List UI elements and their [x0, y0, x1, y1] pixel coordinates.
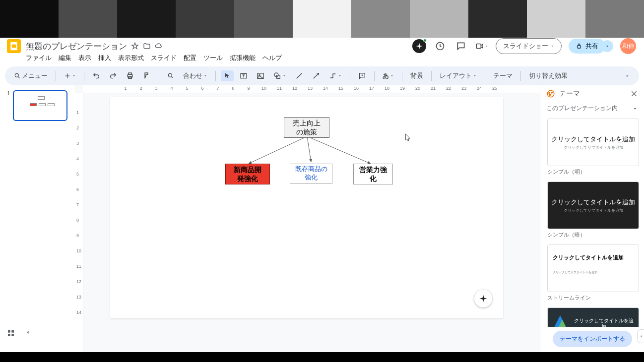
theme-label-light: シンプル（明）: [547, 168, 639, 176]
side-panel-collapse-tab[interactable]: [637, 329, 644, 343]
theme-card-simple-dark[interactable]: クリックしてタイトルを追加 クリックしてサブタイトルを追加: [547, 181, 639, 229]
svg-point-21: [549, 94, 550, 95]
browser-tab-strip: [0, 0, 644, 38]
theme-panel-title: テーマ: [559, 89, 580, 98]
slideshow-button[interactable]: スライドショー: [496, 38, 562, 54]
theme-list[interactable]: クリックしてタイトルを追加 クリックしてサブタイトルを追加 シンプル（明） クリ…: [540, 115, 644, 327]
theme-card-streamline[interactable]: クリックしてタイトルを追加 クリックしてサブタイトルを追加: [547, 244, 639, 292]
connector-arrow-tool[interactable]: [309, 70, 323, 82]
svg-rect-7: [129, 73, 132, 74]
focus-deco-icon: [552, 315, 569, 327]
transition-button[interactable]: 切り替え効果: [526, 69, 571, 82]
menu-file[interactable]: ファイル: [23, 53, 55, 63]
share-button[interactable]: 共有: [569, 39, 605, 54]
svg-rect-25: [11, 330, 14, 333]
theme-section-dropdown[interactable]: このプレゼンテーション内: [540, 102, 644, 115]
account-avatar[interactable]: 和伸: [620, 38, 636, 54]
main-area: 1 12345678910111213141516171819202122232…: [0, 85, 644, 353]
comment-tool[interactable]: [355, 70, 369, 82]
svg-line-15: [249, 136, 307, 164]
background-button[interactable]: 背景: [407, 69, 426, 82]
share-dropdown[interactable]: [601, 40, 613, 52]
bottom-controls: [7, 329, 31, 337]
diagram-child1-box[interactable]: 新商品開 発強化: [225, 164, 270, 184]
theme-label-dark: シンプル（暗）: [547, 231, 639, 239]
bottom-letterbox: [0, 352, 644, 362]
slides-logo[interactable]: [7, 39, 21, 53]
menu-slide[interactable]: スライド: [148, 53, 180, 63]
filmstrip[interactable]: 1: [0, 85, 74, 353]
theme-button[interactable]: テーマ: [490, 69, 515, 82]
textbox-tool[interactable]: [237, 70, 251, 82]
slide-number: 1: [7, 90, 10, 96]
star-icon[interactable]: [131, 42, 139, 50]
vertical-ruler: 1234567891011121314: [74, 93, 83, 353]
theme-card-focus[interactable]: クリックしてタイトルを追加: [547, 307, 639, 327]
redo-button[interactable]: [106, 70, 120, 82]
menu-tools[interactable]: ツール: [200, 53, 226, 63]
diagram-child2-box[interactable]: 既存商品の 強化: [290, 164, 332, 183]
gemini-icon[interactable]: [412, 39, 426, 53]
document-title[interactable]: 無題のプレゼンテーション: [26, 41, 127, 52]
diagram-root-box[interactable]: 売上向上 の施策: [284, 117, 329, 138]
svg-rect-4: [578, 46, 581, 48]
zoom-fit-button[interactable]: 合わせ: [180, 69, 210, 82]
import-theme-button[interactable]: テーマをインポートする: [553, 331, 632, 347]
theme-panel: テーマ このプレゼンテーション内 クリックしてタイトルを追加 クリックしてサブタ…: [540, 85, 644, 353]
new-slide-button[interactable]: [61, 70, 79, 81]
select-tool[interactable]: [221, 70, 234, 81]
svg-point-5: [15, 73, 18, 77]
collapse-toolbar-icon[interactable]: [621, 71, 633, 81]
explore-fab[interactable]: [474, 290, 492, 307]
search-menus[interactable]: メニュー: [11, 69, 51, 82]
menu-extensions[interactable]: 拡張機能: [227, 53, 258, 63]
zoom-button[interactable]: [164, 70, 177, 81]
menu-view[interactable]: 表示: [75, 53, 94, 63]
svg-line-16: [307, 136, 311, 162]
svg-rect-3: [476, 44, 481, 49]
menu-arrange[interactable]: 配置: [181, 53, 199, 63]
canvas-area: 1234567891011121314151617181920212223242…: [74, 85, 540, 353]
svg-point-20: [551, 92, 552, 93]
meet-icon[interactable]: [475, 39, 489, 53]
svg-rect-27: [11, 334, 14, 336]
mouse-cursor-icon: [405, 133, 412, 142]
horizontal-ruler: 1234567891011121314151617181920212223242…: [83, 85, 540, 93]
diagram-child3-box[interactable]: 営業力強 化: [353, 164, 393, 184]
history-icon[interactable]: [433, 39, 447, 53]
layout-button[interactable]: レイアウト: [437, 69, 480, 82]
menu-insert[interactable]: 挿入: [95, 53, 114, 63]
comments-icon[interactable]: [454, 39, 468, 53]
svg-point-18: [547, 90, 554, 97]
theme-panel-header: テーマ: [540, 85, 644, 102]
theme-label-stream: ストリームライン: [547, 294, 639, 302]
svg-rect-1: [12, 45, 16, 48]
line-tool[interactable]: [292, 70, 306, 82]
menu-edit[interactable]: 編集: [56, 53, 74, 63]
palette-icon: [546, 89, 555, 98]
svg-rect-26: [8, 334, 10, 336]
svg-line-17: [307, 136, 371, 164]
menu-help[interactable]: ヘルプ: [259, 53, 285, 63]
svg-point-19: [549, 92, 550, 93]
svg-rect-24: [8, 330, 10, 333]
move-folder-icon[interactable]: [143, 42, 151, 50]
grid-view-icon[interactable]: [7, 329, 15, 337]
menu-format[interactable]: 表示形式: [115, 53, 147, 63]
filmstrip-collapse-icon[interactable]: [25, 329, 31, 337]
slide-thumbnail[interactable]: [13, 90, 67, 121]
image-tool[interactable]: [254, 70, 267, 82]
paint-format-button[interactable]: [140, 70, 154, 82]
toolbar: メニュー 合わせ あ 背景 レイアウト テーマ 切り替え効果: [5, 66, 639, 85]
slide-canvas[interactable]: 売上向上 の施策 新商品開 発強化 既存商品の 強化 営業力強 化: [110, 97, 503, 318]
close-icon[interactable]: [630, 90, 638, 98]
input-tool[interactable]: あ: [380, 69, 397, 82]
svg-point-9: [168, 73, 172, 77]
print-button[interactable]: [123, 70, 137, 82]
shape-tool[interactable]: [270, 70, 289, 82]
theme-card-simple-light[interactable]: クリックしてタイトルを追加 クリックしてサブタイトルを追加: [547, 119, 639, 166]
document-header: 無題のプレゼンテーション スライドシ: [0, 38, 644, 52]
cloud-status-icon[interactable]: [155, 42, 163, 50]
connector-elbow-tool[interactable]: [326, 70, 345, 82]
undo-button[interactable]: [89, 70, 103, 82]
